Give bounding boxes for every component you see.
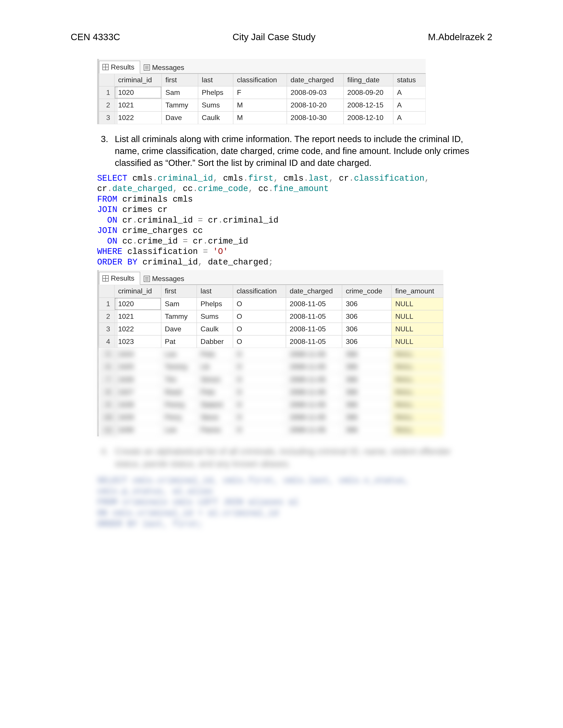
row-header-blank: [99, 285, 114, 297]
column-header[interactable]: crime_code: [342, 285, 392, 297]
cell[interactable]: 2008-10-20: [287, 99, 344, 111]
sql-line-blurred: cmls.p_status, al.alias: [97, 486, 488, 497]
column-header[interactable]: fine_amount: [392, 285, 443, 297]
column-header[interactable]: last: [198, 74, 233, 86]
cell[interactable]: NULL: [392, 298, 443, 310]
column-header[interactable]: filing_date: [344, 74, 393, 86]
cell[interactable]: 2008-12-10: [344, 111, 393, 124]
page: CEN 4333C City Jail Case Study M.Abdelra…: [0, 0, 563, 728]
tab-messages[interactable]: Messages: [140, 272, 190, 285]
cell-blurred: Lee: [161, 424, 197, 436]
cell-blurred: 306: [342, 348, 392, 360]
cell[interactable]: O: [233, 323, 286, 335]
cell[interactable]: 306: [342, 335, 392, 348]
cell[interactable]: 2008-09-20: [344, 86, 393, 99]
cell[interactable]: Dabber: [197, 335, 233, 348]
results-tabs-1: Results Messages: [99, 59, 426, 74]
cell[interactable]: M: [233, 111, 287, 124]
cell[interactable]: Phelps: [198, 86, 233, 99]
tab-results-label: Results: [111, 62, 134, 72]
tab-results[interactable]: Results: [99, 272, 140, 285]
column-header[interactable]: criminal_id: [114, 285, 161, 297]
cell-blurred: 1030: [114, 424, 161, 436]
cell[interactable]: A: [393, 86, 426, 99]
cell[interactable]: 306: [342, 323, 392, 335]
cell[interactable]: 2008-11-05: [286, 298, 342, 310]
cell[interactable]: 1023: [114, 335, 161, 348]
results-panel-1: Results Messages criminal_idfirstlastcla…: [97, 59, 426, 124]
cell-blurred: Lee: [161, 348, 197, 360]
cell[interactable]: Tammy: [162, 99, 198, 111]
cell-blurred: 306: [342, 373, 392, 386]
cell[interactable]: 306: [342, 298, 392, 310]
cell[interactable]: A: [393, 111, 426, 124]
sql-code-q4-blurred: SELECT cmls.criminal_id, cmls.first, cml…: [97, 475, 488, 530]
cell[interactable]: Sam: [162, 86, 198, 99]
column-header[interactable]: last: [197, 285, 233, 297]
column-header[interactable]: first: [162, 74, 198, 86]
column-header[interactable]: classification: [233, 285, 286, 297]
cell[interactable]: Sums: [197, 310, 233, 323]
cell-blurred: Lik: [197, 360, 233, 373]
cell[interactable]: 2008-11-05: [286, 323, 342, 335]
content-area: Results Messages criminal_idfirstlastcla…: [71, 59, 492, 530]
cell[interactable]: Pat: [161, 335, 197, 348]
cell[interactable]: NULL: [392, 335, 443, 348]
cell-blurred: Reed: [161, 386, 197, 398]
cell-blurred: 1027: [114, 386, 161, 398]
cell[interactable]: 306: [342, 310, 392, 323]
cell[interactable]: 1020: [114, 86, 162, 99]
cell[interactable]: Dave: [162, 111, 198, 124]
cell[interactable]: 2008-11-05: [286, 310, 342, 323]
cell[interactable]: A: [393, 99, 426, 111]
column-header[interactable]: criminal_id: [114, 74, 162, 86]
grid-icon: [102, 64, 109, 70]
cell[interactable]: Caulk: [198, 111, 233, 124]
cell-blurred: Statent: [197, 398, 233, 411]
cell-blurred: 2008-11-05: [286, 398, 342, 411]
cell[interactable]: F: [233, 86, 287, 99]
cell-blurred: 2008-11-05: [286, 373, 342, 386]
results-grid-1: criminal_idfirstlastclassificationdate_c…: [99, 74, 426, 124]
cell[interactable]: 1020: [114, 298, 161, 310]
cell-blurred: 1024: [114, 348, 161, 360]
cell[interactable]: Sums: [198, 99, 233, 111]
sql-line-blurred: ON cmls.criminal_id = al.criminal_id: [97, 508, 488, 519]
question-4-number: 4.: [97, 445, 108, 470]
column-header[interactable]: date_charged: [287, 74, 344, 86]
tab-results-label: Results: [111, 274, 134, 283]
cell-blurred: 1026: [114, 373, 161, 386]
results-tabs-2: Results Messages: [99, 270, 443, 285]
sql-line-blurred: SELECT cmls.criminal_id, cmls.first, cml…: [97, 475, 488, 486]
cell[interactable]: Sam: [161, 298, 197, 310]
column-header[interactable]: classification: [233, 74, 287, 86]
cell[interactable]: O: [233, 335, 286, 348]
column-header[interactable]: status: [393, 74, 426, 86]
cell-blurred: Perry: [161, 411, 197, 424]
cell[interactable]: NULL: [392, 310, 443, 323]
cell[interactable]: 1021: [114, 99, 162, 111]
results-panel-2: Results Messages criminal_idfirstlastcla…: [97, 270, 443, 436]
cell-blurred: NULL: [392, 386, 443, 398]
column-header[interactable]: first: [161, 285, 197, 297]
cell[interactable]: Dave: [161, 323, 197, 335]
cell[interactable]: O: [233, 310, 286, 323]
cell[interactable]: 2008-09-03: [287, 86, 344, 99]
cell[interactable]: 2008-11-05: [286, 335, 342, 348]
cell[interactable]: Caulk: [197, 323, 233, 335]
cell[interactable]: 1022: [114, 111, 162, 124]
cell-blurred: 1028: [114, 398, 161, 411]
cell[interactable]: NULL: [392, 323, 443, 335]
column-header[interactable]: date_charged: [286, 285, 342, 297]
tab-results[interactable]: Results: [99, 61, 140, 74]
cell[interactable]: M: [233, 99, 287, 111]
cell[interactable]: O: [233, 298, 286, 310]
cell[interactable]: 1022: [114, 323, 161, 335]
cell[interactable]: 2008-12-15: [344, 99, 393, 111]
tab-messages[interactable]: Messages: [140, 61, 190, 74]
cell[interactable]: 2008-10-30: [287, 111, 344, 124]
cell[interactable]: 1021: [114, 310, 161, 323]
cell[interactable]: Tammy: [161, 310, 197, 323]
cell[interactable]: Phelps: [197, 298, 233, 310]
cell-blurred: NULL: [392, 424, 443, 436]
